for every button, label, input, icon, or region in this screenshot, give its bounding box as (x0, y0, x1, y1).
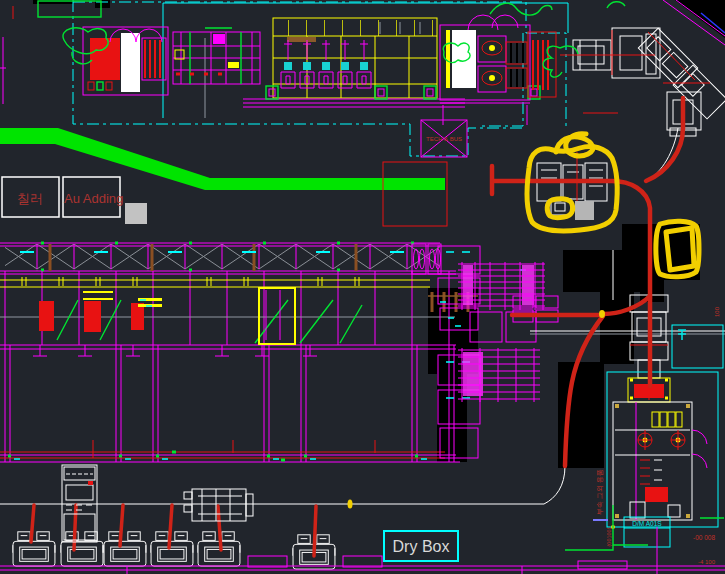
oven-line (273, 18, 437, 98)
cart-red-strokes (31, 505, 316, 556)
room-label-box: D/M A01S (624, 517, 670, 547)
dim-note-3: -4 100 (698, 559, 716, 565)
bottom-machine-row (12, 465, 335, 569)
gray-panel-left (125, 203, 147, 224)
dim-note-1: (00100) (606, 527, 612, 546)
transfer-chain (560, 28, 725, 136)
blue-cell-rack (652, 412, 682, 427)
feeder-section (173, 28, 260, 84)
dry-box-label: Dry Box (393, 538, 450, 555)
zone-labels: 칠러 Au Adding (2, 177, 147, 224)
loader-machine (63, 27, 168, 95)
reserved-red-box (383, 162, 447, 226)
chiller-label: 칠러 (17, 191, 43, 206)
door-swings (692, 430, 707, 468)
cad-viewport[interactable]: D/M A01S 칠러 Au Adding TECH & BUS (0, 0, 725, 574)
room-label: D/M A01S (632, 520, 662, 527)
crossed-area-box: TECH & BUS (421, 120, 467, 157)
crossed-area-label: TECH & BUS (426, 136, 462, 142)
oven-stations (281, 40, 371, 88)
bottom-rails (0, 452, 725, 574)
gray-panel-right (575, 201, 594, 220)
wheel-units (638, 430, 685, 450)
top-equipment-assembly (0, 0, 725, 136)
dim-note-2: -00 008 (693, 534, 715, 541)
reserved-areas: TECH & BUS (383, 120, 467, 226)
utility-assembly (440, 15, 556, 125)
edge-note: 100 (714, 306, 720, 317)
cad-drawing: D/M A01S 칠러 Au Adding TECH & BUS (0, 0, 725, 574)
dry-box-label-box: Dry Box (384, 531, 458, 561)
green-walkway-band (0, 128, 445, 190)
conveyor-rails (243, 86, 540, 107)
flow-note: 부속 그외 용품 (596, 469, 603, 515)
au-adding-label: Au Adding (64, 191, 123, 206)
